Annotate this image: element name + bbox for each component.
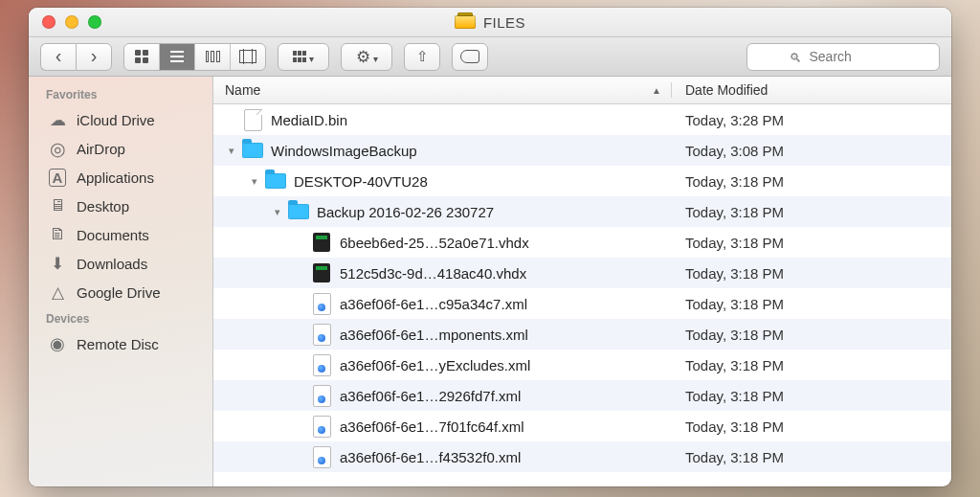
file-date-modified: Today, 3:18 PM [672, 449, 951, 465]
xml-file-icon [313, 416, 331, 438]
action-button[interactable] [341, 43, 392, 71]
table-row[interactable]: ▾DESKTOP-40VTU28Today, 3:18 PM [213, 166, 951, 196]
file-name: MediaID.bin [271, 112, 347, 128]
sidebar: Favorites iCloud Drive AirDrop Applicati… [29, 77, 213, 486]
column-header-label: Name [225, 82, 260, 98]
file-date-modified: Today, 3:18 PM [672, 204, 951, 220]
sidebar-item-icloud-drive[interactable]: iCloud Drive [29, 105, 212, 134]
tags-button[interactable] [452, 43, 488, 71]
columns-icon [206, 51, 220, 62]
table-row[interactable]: 6beeb6ed-25…52a0e71.vhdxToday, 3:18 PM [213, 227, 951, 258]
sidebar-item-applications[interactable]: Applications [29, 163, 212, 192]
search-input[interactable] [808, 48, 898, 65]
sidebar-item-documents[interactable]: Documents [29, 220, 212, 249]
close-window-button[interactable] [42, 15, 56, 29]
content-area: Favorites iCloud Drive AirDrop Applicati… [29, 77, 951, 486]
table-row[interactable]: MediaID.binToday, 3:28 PM [213, 104, 951, 135]
share-icon [416, 48, 429, 65]
file-date-modified: Today, 3:08 PM [672, 143, 951, 159]
sidebar-item-label: Google Drive [77, 284, 161, 301]
column-header-date[interactable]: Date Modified [672, 82, 951, 98]
file-name: a36ef06f-6e1…mponents.xml [340, 327, 528, 343]
file-date-modified: Today, 3:18 PM [672, 357, 951, 373]
forward-button[interactable] [76, 43, 112, 71]
xml-file-icon [313, 293, 331, 315]
share-button[interactable] [404, 43, 440, 71]
sidebar-item-remote-disc[interactable]: Remote Disc [29, 329, 212, 358]
disclosure-triangle[interactable]: ▾ [248, 175, 261, 188]
file-date-modified: Today, 3:18 PM [672, 388, 951, 404]
file-date-modified: Today, 3:18 PM [672, 296, 951, 312]
minimize-window-button[interactable] [65, 15, 78, 29]
file-name: 512c5d3c-9d…418ac40.vhdx [340, 265, 526, 282]
list-icon [170, 51, 184, 62]
table-row[interactable]: ▾Backup 2016-02-26 230727Today, 3:18 PM [213, 196, 951, 227]
gear-icon [356, 47, 370, 67]
sidebar-item-downloads[interactable]: Downloads [29, 249, 212, 278]
file-date-modified: Today, 3:18 PM [672, 173, 951, 190]
drive-icon [455, 15, 476, 29]
chevron-right-icon [91, 49, 98, 65]
applications-icon [48, 169, 67, 186]
table-row[interactable]: a36ef06f-6e1…f43532f0.xmlToday, 3:18 PM [213, 441, 951, 472]
zoom-window-button[interactable] [88, 15, 101, 29]
toolbar [29, 37, 951, 77]
xml-file-icon [313, 324, 331, 346]
file-name: a36ef06f-6e1…2926fd7f.xml [340, 388, 521, 404]
chevron-down-icon [370, 49, 378, 65]
folder-icon [288, 204, 309, 219]
file-list: Name ▲ Date Modified MediaID.binToday, 3… [213, 77, 951, 486]
column-headers: Name ▲ Date Modified [213, 77, 951, 104]
finder-window: FILES Fav [29, 8, 951, 486]
disclosure-triangle[interactable]: ▾ [225, 145, 238, 157]
column-header-label: Date Modified [685, 82, 768, 98]
chevron-down-icon [306, 49, 314, 65]
coverflow-icon [239, 50, 256, 63]
nav-back-forward [40, 43, 112, 71]
cloud-icon [48, 111, 67, 128]
file-name: WindowsImageBackup [271, 143, 417, 159]
view-list-button[interactable] [160, 44, 195, 70]
table-row[interactable]: a36ef06f-6e1…yExcludes.xmlToday, 3:18 PM [213, 350, 951, 380]
google-drive-icon [48, 283, 67, 301]
disk-image-icon [313, 233, 330, 252]
traffic-lights [29, 15, 101, 29]
grid-icon [135, 50, 148, 63]
sidebar-item-label: iCloud Drive [77, 112, 155, 128]
titlebar: FILES [29, 8, 951, 37]
sidebar-item-label: AirDrop [77, 141, 125, 157]
sidebar-item-label: Documents [77, 227, 149, 243]
sidebar-item-google-drive[interactable]: Google Drive [29, 278, 212, 306]
xml-file-icon [313, 446, 331, 468]
sidebar-header-devices: Devices [29, 306, 212, 329]
table-row[interactable]: a36ef06f-6e1…mponents.xmlToday, 3:18 PM [213, 319, 951, 350]
table-row[interactable]: a36ef06f-6e1…2926fd7f.xmlToday, 3:18 PM [213, 380, 951, 411]
airdrop-icon [48, 140, 67, 157]
file-rows: MediaID.binToday, 3:28 PM▾WindowsImageBa… [213, 104, 951, 486]
file-name: Backup 2016-02-26 230727 [317, 204, 494, 220]
arrange-button[interactable] [278, 43, 329, 71]
back-button[interactable] [40, 43, 76, 71]
column-header-name[interactable]: Name ▲ [213, 82, 672, 98]
table-row[interactable]: 512c5d3c-9d…418ac40.vhdxToday, 3:18 PM [213, 258, 951, 288]
view-columns-button[interactable] [195, 44, 231, 70]
file-icon [244, 109, 262, 131]
file-date-modified: Today, 3:18 PM [672, 235, 951, 251]
tag-icon [460, 50, 479, 63]
arrange-icon [293, 51, 306, 62]
search-field[interactable] [746, 43, 940, 71]
downloads-icon [48, 255, 67, 272]
file-name: a36ef06f-6e1…c95a34c7.xml [340, 296, 527, 312]
table-row[interactable]: ▾WindowsImageBackupToday, 3:08 PM [213, 135, 951, 166]
sidebar-item-desktop[interactable]: Desktop [29, 192, 212, 220]
view-icons-button[interactable] [124, 44, 160, 70]
view-gallery-button[interactable] [231, 44, 265, 70]
sidebar-item-label: Remote Disc [77, 336, 159, 352]
file-date-modified: Today, 3:28 PM [672, 112, 951, 128]
file-date-modified: Today, 3:18 PM [672, 327, 951, 343]
sidebar-item-airdrop[interactable]: AirDrop [29, 134, 212, 163]
table-row[interactable]: a36ef06f-6e1…c95a34c7.xmlToday, 3:18 PM [213, 288, 951, 319]
table-row[interactable]: a36ef06f-6e1…7f01fc64f.xmlToday, 3:18 PM [213, 411, 951, 441]
disclosure-triangle[interactable]: ▾ [271, 206, 284, 218]
window-title: FILES [483, 14, 525, 31]
